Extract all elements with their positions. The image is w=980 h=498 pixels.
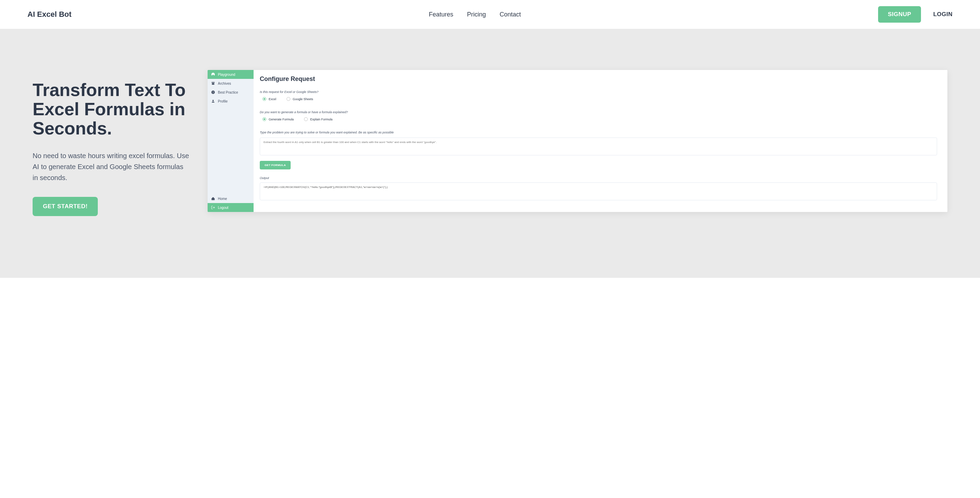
app-preview: Playground Archives ? Best Practice: [208, 70, 947, 212]
login-link[interactable]: LOGIN: [933, 11, 953, 18]
radio-icon: [262, 97, 266, 101]
home-icon: [211, 197, 215, 201]
signup-button[interactable]: SIGNUP: [878, 6, 921, 23]
sidebar-top: Playground Archives ? Best Practice: [208, 70, 254, 194]
radio-google-sheets[interactable]: Google Sheets: [286, 97, 313, 101]
app-sidebar: Playground Archives ? Best Practice: [208, 70, 254, 212]
nav-contact[interactable]: Contact: [500, 11, 521, 18]
nav-features[interactable]: Features: [429, 11, 453, 18]
svg-rect-0: [212, 82, 215, 82]
sidebar-item-home[interactable]: Home: [208, 194, 254, 203]
get-formula-button[interactable]: GET FORMULA: [260, 161, 291, 170]
sidebar-label: Home: [218, 197, 227, 201]
app-main: Configure Request Is this request for Ex…: [254, 70, 947, 212]
radio-explain-formula[interactable]: Explain Formula: [304, 117, 332, 121]
output-box: =IF(AND(B1>100,REGEXMATCH(C1,"^hello.*go…: [260, 182, 937, 200]
gauge-icon: [211, 72, 215, 76]
sidebar-label: Playground: [218, 73, 235, 76]
q2-radio-group: Generate Formula Explain Formula: [260, 117, 937, 121]
svg-text:?: ?: [212, 91, 214, 94]
nav-center: Features Pricing Contact: [429, 11, 521, 18]
hero-subtitle: No need to waste hours writing excel for…: [33, 150, 191, 183]
sidebar-item-playground[interactable]: Playground: [208, 70, 254, 79]
radio-icon: [262, 117, 266, 121]
get-started-button[interactable]: GET STARTED!: [33, 197, 98, 216]
radio-label: Explain Formula: [310, 117, 332, 121]
svg-rect-1: [212, 83, 215, 85]
sidebar-label: Archives: [218, 82, 231, 86]
nav-pricing[interactable]: Pricing: [467, 11, 486, 18]
svg-point-4: [212, 100, 214, 101]
sidebar-label: Best Practice: [218, 90, 238, 94]
radio-label: Generate Formula: [269, 117, 294, 121]
output-label: Output: [260, 176, 937, 180]
q1-label: Is this request for Excel or Google Shee…: [260, 90, 937, 94]
site-header: AI Excel Bot Features Pricing Contact SI…: [0, 0, 980, 29]
configure-heading: Configure Request: [260, 75, 937, 82]
radio-excel[interactable]: Excel: [262, 97, 276, 101]
site-logo[interactable]: AI Excel Bot: [27, 10, 72, 19]
radio-icon: [286, 97, 290, 101]
radio-label: Excel: [269, 97, 276, 101]
radio-generate-formula[interactable]: Generate Formula: [262, 117, 294, 121]
prompt-label: Type the problem you are trying to solve…: [260, 131, 937, 134]
sidebar-item-archives[interactable]: Archives: [208, 79, 254, 88]
sidebar-label: Logout: [218, 206, 229, 209]
user-icon: [211, 99, 215, 103]
sidebar-item-best-practice[interactable]: ? Best Practice: [208, 88, 254, 97]
sidebar-item-logout[interactable]: Logout: [208, 203, 254, 212]
q2-label: Do you want to generate a formula or hav…: [260, 111, 937, 114]
sidebar-bottom: Home Logout: [208, 194, 254, 212]
hero-title: Transform Text To Excel Formulas in Seco…: [33, 80, 191, 138]
prompt-textarea[interactable]: [260, 138, 937, 155]
hero-section: Transform Text To Excel Formulas in Seco…: [0, 29, 980, 278]
archive-icon: [211, 81, 215, 86]
logout-icon: [211, 205, 215, 209]
help-icon: ?: [211, 90, 215, 94]
radio-icon: [304, 117, 308, 121]
sidebar-item-profile[interactable]: Profile: [208, 97, 254, 106]
sidebar-label: Profile: [218, 100, 228, 103]
hero-left: Transform Text To Excel Formulas in Seco…: [33, 70, 191, 216]
q1-radio-group: Excel Google Sheets: [260, 97, 937, 101]
radio-label: Google Sheets: [293, 97, 313, 101]
nav-right: SIGNUP LOGIN: [878, 6, 953, 23]
